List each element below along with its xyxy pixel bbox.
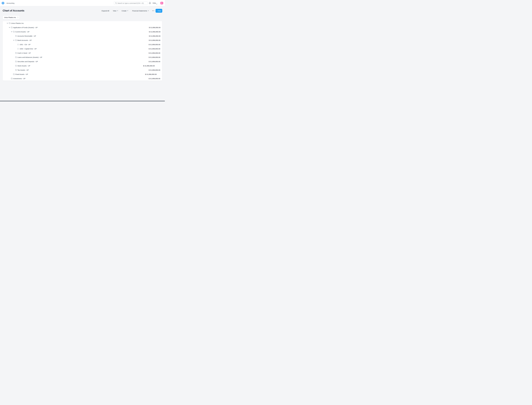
tree-node-label: Fixed Assets - UP <box>15 73 28 75</box>
chart-of-accounts-page: { "colors": { "accent_blue": "#1A9BF3", … <box>0 0 165 101</box>
tree-node-label: Loans and Advances (Assets) - UP <box>17 56 42 58</box>
create-menu-label: Create <box>122 10 126 12</box>
search-icon <box>115 2 117 4</box>
tree-row[interactable]: Stock Assets - UP$ 31,656,650.00 <box>3 64 162 68</box>
tree-row[interactable]: 1001 - Citi - UP$ 31,656,650.00 <box>3 42 162 47</box>
account-balance: $ 31,656,650.00 <box>149 42 160 47</box>
tree-node-label: 1001 - Citi - UP <box>20 44 31 45</box>
tree-row[interactable]: Securities and Deposits - UP$ 31,656,650… <box>3 59 162 64</box>
account-balance: $ 31,656,650.00 <box>143 64 155 68</box>
page-actions: Expand All View Create Financial Stateme… <box>102 9 162 13</box>
user-avatar[interactable]: BS <box>160 2 163 4</box>
account-balance: $ 31,656,650.00 <box>149 30 160 34</box>
tree-row[interactable]: Current Assets - UP$ 31,656,650.00 <box>3 30 162 34</box>
account-balance: $ 31,656,650.00 <box>149 51 160 55</box>
tree-row[interactable]: 1003 - Capital One - UP$ 31,656,650.00 <box>3 47 162 51</box>
notifications-bell-icon[interactable] <box>149 2 151 5</box>
account-balance: $ 31,656,650.00 <box>149 25 160 30</box>
search-input[interactable] <box>117 1 147 5</box>
kebab-menu-icon[interactable] <box>17 16 18 18</box>
account-balance: $ 31,656,650.00 <box>145 72 157 76</box>
more-options-ellipsis-icon[interactable] <box>152 10 154 11</box>
tree-node-label: Unico Plastics Inc. <box>11 22 24 24</box>
tree-node-label: Accounts Receivable - UP <box>17 35 36 37</box>
chevron-down-icon[interactable] <box>7 23 9 24</box>
tree-node-label: Tax Assets - UP <box>17 69 29 71</box>
folder-icon <box>15 61 17 62</box>
new-button[interactable]: + New <box>156 9 162 13</box>
page-title: Chart of Accounts <box>3 9 24 12</box>
breadcrumb[interactable]: Accounting <box>7 2 14 4</box>
window-bottom-edge <box>0 101 165 101</box>
tree-row[interactable]: Investments - UP$ 31,656,650.00 <box>3 76 162 81</box>
account-balance: $ 31,656,650.00 <box>149 55 160 59</box>
account-balance: $ 31,656,650.00 <box>149 76 160 81</box>
financial-statements-menu-button[interactable]: Financial Statements <box>132 10 149 12</box>
folder-icon <box>13 74 15 75</box>
tree-row[interactable]: Bank Accounts - UP$ 31,656,650.00 <box>3 38 162 42</box>
chevron-down-icon <box>148 10 149 11</box>
account-circle-icon <box>17 44 20 45</box>
account-balance: $ 31,656,650.00 <box>149 34 160 38</box>
folder-icon <box>9 22 11 24</box>
chevron-down-icon <box>127 10 128 11</box>
tree-node-label: Application of Funds (Assets) - UP <box>13 27 38 28</box>
tree-row[interactable]: Unico Plastics Inc. <box>3 21 162 25</box>
tree-row[interactable]: Loans and Advances (Assets) - UP$ 31,656… <box>3 55 162 59</box>
tree-row[interactable]: Tax Assets - UP$ 31,656,650.00 <box>3 68 162 72</box>
tree-node-label: Current Assets - UP <box>15 31 29 33</box>
account-balance: $ 31,656,650.00 <box>149 59 160 64</box>
chevron-down-icon[interactable] <box>13 40 15 41</box>
chevron-down-icon[interactable] <box>11 31 13 32</box>
chevron-down-icon[interactable] <box>9 27 11 28</box>
view-menu-label: View <box>113 10 116 12</box>
tree-node-label: 1003 - Capital One - UP <box>20 48 37 50</box>
company-selector-value: Unico Plastics Inc. <box>4 17 16 18</box>
accounts-tree-card: Unico Plastics Inc.Application of Funds … <box>3 21 162 81</box>
breadcrumb-separator-icon: › <box>5 2 6 4</box>
folder-icon <box>15 35 17 37</box>
chevron-down-icon <box>156 3 157 5</box>
folder-icon <box>11 78 13 79</box>
tree-row[interactable]: Accounts Receivable - UP$ 31,656,650.00 <box>3 34 162 38</box>
global-search <box>114 1 148 5</box>
folder-icon <box>15 40 17 41</box>
tree-node-label: Securities and Deposits - UP <box>17 61 38 62</box>
account-balance: $ 31,656,650.00 <box>149 47 160 51</box>
calculator-icon <box>2 2 4 4</box>
view-menu-button[interactable]: View <box>113 10 118 12</box>
app-logo[interactable] <box>2 2 4 4</box>
chevron-down-icon <box>117 10 118 11</box>
tree-row[interactable]: Fixed Assets - UP$ 31,656,650.00 <box>3 72 162 76</box>
navbar: › Accounting Help BS <box>0 0 165 6</box>
account-balance: $ 31,656,650.00 <box>149 68 160 72</box>
folder-icon <box>13 31 15 33</box>
tree-node-label: Stock Assets - UP <box>17 65 30 67</box>
account-circle-icon <box>17 48 20 49</box>
tree-row[interactable]: Application of Funds (Assets) - UP$ 31,6… <box>3 25 162 30</box>
folder-icon <box>15 52 17 54</box>
folder-icon <box>11 27 13 28</box>
folder-icon <box>15 65 17 67</box>
tree-node-label: Cash in Hand - UP <box>17 52 31 54</box>
company-selector[interactable]: Unico Plastics Inc. <box>3 15 20 19</box>
financial-statements-label: Financial Statements <box>132 10 147 12</box>
tree-node-label: Investments - UP <box>13 78 25 80</box>
create-menu-button[interactable]: Create <box>122 10 128 12</box>
tree-node-label: Bank Accounts - UP <box>17 39 32 41</box>
tree-row[interactable]: Cash in Hand - UP$ 31,656,650.00 <box>3 51 162 55</box>
expand-all-button[interactable]: Expand All <box>102 10 109 12</box>
folder-icon <box>15 56 17 58</box>
folder-icon <box>15 69 17 71</box>
help-menu[interactable]: Help <box>153 2 156 4</box>
account-balance: $ 31,656,650.00 <box>149 38 160 42</box>
